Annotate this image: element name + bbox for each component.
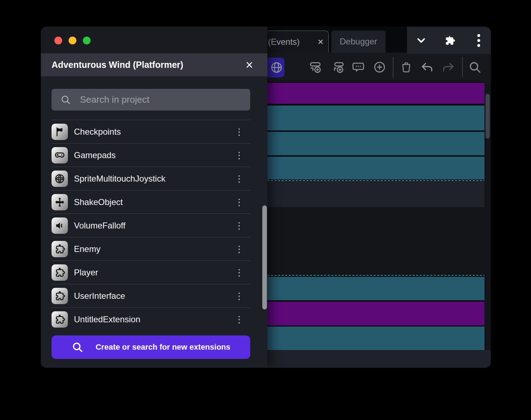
more-menu-kebab-icon[interactable] — [468, 30, 489, 51]
list-item-label: Checkpoints — [74, 120, 121, 144]
traffic-light-close-button[interactable] — [54, 37, 62, 44]
traffic-light-zoom-button[interactable] — [83, 37, 91, 44]
list-item[interactable]: UntitledExtension ⋮ — [41, 308, 267, 331]
puzzle-icon — [52, 288, 68, 304]
chevron-down-icon[interactable] — [411, 30, 432, 51]
move-arrows-icon — [52, 194, 68, 210]
redo-icon[interactable] — [441, 60, 455, 74]
list-item[interactable]: Gamepads ⋮ — [41, 144, 267, 167]
list-item[interactable]: SpriteMultitouchJoystick ⋮ — [41, 167, 267, 190]
list-item[interactable]: Enemy ⋮ — [41, 237, 267, 261]
dialog-close-icon[interactable]: × — [246, 59, 253, 71]
item-kebab-icon[interactable]: ⋮ — [234, 214, 245, 237]
tab-overflow-slab — [407, 27, 491, 54]
add-event-icon[interactable] — [308, 60, 322, 74]
add-sub-event-icon[interactable] — [331, 60, 345, 74]
gamepad-icon — [52, 147, 68, 163]
add-comment-icon[interactable] — [352, 60, 365, 74]
app-window: (Events) × Debugger — [41, 27, 491, 368]
tab-close-icon[interactable]: × — [318, 37, 323, 47]
item-kebab-icon[interactable]: ⋮ — [234, 237, 245, 261]
item-kebab-icon[interactable]: ⋮ — [234, 144, 245, 167]
search-events-icon[interactable] — [468, 60, 482, 74]
create-extension-button[interactable]: Create or search for new extensions — [52, 335, 250, 359]
dialog-title: Adventurous Wind (Platformer) — [52, 60, 183, 70]
search-icon — [60, 94, 71, 106]
joystick-icon — [52, 171, 68, 187]
list-item-label: ShakeObject — [74, 190, 123, 214]
tab-debugger-label: Debugger — [340, 37, 377, 47]
item-kebab-icon[interactable]: ⋮ — [234, 190, 245, 214]
list-item[interactable]: Player ⋮ — [41, 261, 267, 284]
tab-events-label: (Events) — [268, 37, 300, 47]
puzzle-icon — [52, 264, 68, 281]
traffic-light-minimize-button[interactable] — [69, 37, 76, 44]
list-item[interactable]: VolumeFalloff ⋮ — [41, 214, 267, 237]
search-input[interactable]: Search in project — [52, 89, 250, 111]
search-placeholder: Search in project — [80, 94, 149, 105]
list-item-label: UntitledExtension — [74, 308, 140, 331]
item-kebab-icon[interactable]: ⋮ — [234, 120, 245, 144]
extensions-dialog: Adventurous Wind (Platformer) × Search i… — [41, 27, 267, 368]
extensions-puzzle-icon[interactable] — [439, 30, 460, 51]
speaker-icon — [52, 217, 68, 234]
add-circle-icon[interactable] — [373, 60, 386, 74]
dialog-header: Adventurous Wind (Platformer) × — [41, 53, 267, 76]
list-item-label: Player — [74, 261, 98, 284]
item-kebab-icon[interactable]: ⋮ — [234, 284, 245, 308]
create-extension-button-label: Create or search for new extensions — [96, 343, 230, 352]
item-kebab-icon[interactable]: ⋮ — [234, 261, 245, 284]
tab-debugger[interactable]: Debugger — [331, 31, 386, 53]
delete-trash-icon[interactable] — [400, 61, 413, 74]
list-item-label: UserInterface — [74, 284, 125, 308]
tab-events[interactable]: (Events) × — [261, 31, 329, 53]
list-item-label: Enemy — [74, 237, 101, 261]
list-item[interactable]: ShakeObject ⋮ — [41, 190, 267, 214]
list-item-label: VolumeFalloff — [74, 214, 125, 237]
list-item[interactable]: UserInterface ⋮ — [41, 284, 267, 308]
list-item-label: Gamepads — [74, 144, 116, 167]
toolbar-divider — [462, 57, 463, 77]
item-kebab-icon[interactable]: ⋮ — [234, 308, 245, 331]
dialog-scrollbar-thumb[interactable] — [262, 205, 267, 309]
toolbar-divider — [393, 57, 393, 77]
events-scrollbar-thumb[interactable] — [486, 94, 490, 139]
search-icon — [71, 341, 84, 353]
puzzle-icon — [52, 311, 68, 328]
window-titlebar — [41, 27, 267, 53]
puzzle-icon — [52, 241, 68, 257]
item-kebab-icon[interactable]: ⋮ — [234, 167, 245, 190]
flag-icon — [52, 124, 68, 140]
undo-icon[interactable] — [420, 60, 434, 74]
list-item[interactable]: Checkpoints ⋮ — [41, 120, 267, 144]
list-item-label: SpriteMultitouchJoystick — [74, 167, 165, 190]
